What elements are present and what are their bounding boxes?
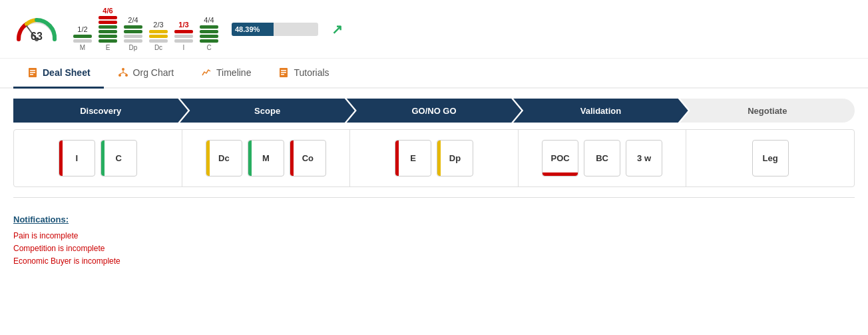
timeline-icon <box>200 67 212 79</box>
bar-e-5 <box>99 35 117 38</box>
score-groups: 1/2 M 4/6 E 2/4 <box>73 7 218 51</box>
score-bars-c <box>200 25 218 43</box>
section-divider <box>13 197 855 198</box>
score-fraction-m: 1/2 <box>77 25 87 33</box>
stage-go-no-go[interactable]: GO/NO GO <box>347 99 521 123</box>
card-3w-label: 3 w <box>637 153 651 163</box>
card-c[interactable]: C <box>101 140 137 176</box>
bar-e-3 <box>99 25 117 29</box>
card-dp-label: Dp <box>449 153 461 163</box>
stage-scope[interactable]: Scope <box>180 99 354 123</box>
tab-tutorials[interactable]: Tutorials <box>264 59 342 89</box>
negotiate-cards-section: Leg <box>686 130 854 186</box>
stage-negotiate[interactable]: Negotiate <box>680 99 855 123</box>
stage-scope-label: Scope <box>254 106 280 116</box>
scope-cards-section: Dc M Co <box>182 130 351 186</box>
card-dc[interactable]: Dc <box>206 140 242 176</box>
card-co[interactable]: Co <box>290 140 326 176</box>
tab-deal-sheet[interactable]: Deal Sheet <box>13 59 104 89</box>
score-group-m: 1/2 M <box>73 25 92 51</box>
svg-rect-13 <box>281 70 286 71</box>
svg-line-10 <box>120 73 123 74</box>
score-label-m: M <box>80 44 85 51</box>
score-bars-dp <box>124 25 142 43</box>
bar-i-3 <box>174 39 193 43</box>
bar-dc-1 <box>149 30 168 33</box>
card-leg[interactable]: Leg <box>752 140 789 176</box>
svg-rect-3 <box>30 70 35 71</box>
bar-c-3 <box>200 35 218 38</box>
score-fraction-dp: 2/4 <box>128 16 138 24</box>
card-i[interactable]: I <box>59 140 95 176</box>
deal-sheet-icon <box>27 67 39 79</box>
card-c-label: C <box>116 153 122 163</box>
card-c-bar <box>101 141 105 176</box>
score-fraction-dc: 2/3 <box>153 21 163 29</box>
tab-timeline[interactable]: Timeline <box>187 59 264 89</box>
bar-i-2 <box>174 35 193 38</box>
stage-validation[interactable]: Validation <box>513 99 688 123</box>
bar-dc-3 <box>149 39 168 43</box>
score-bars-i <box>174 30 193 43</box>
card-m[interactable]: M <box>248 140 284 176</box>
card-e-bar <box>395 141 399 176</box>
card-dc-label: Dc <box>218 153 230 163</box>
score-group-e: 4/6 E <box>99 7 117 51</box>
card-bc-label: BC <box>596 153 608 163</box>
svg-point-6 <box>122 68 124 71</box>
card-m-bar <box>248 141 252 176</box>
svg-point-7 <box>118 74 121 77</box>
bar-dc-2 <box>149 35 168 38</box>
tab-deal-sheet-label: Deal Sheet <box>43 67 91 78</box>
validation-cards-section: POC BC 3 w <box>519 130 687 186</box>
bar-dp-3 <box>124 35 142 38</box>
pipeline-stages: Discovery Scope GO/NO GO Validation Nego… <box>13 99 855 123</box>
score-group-c: 4/4 C <box>200 16 218 51</box>
progress-container: 48.39% <box>232 23 318 36</box>
stage-go-no-go-label: GO/NO GO <box>411 106 456 116</box>
score-bars-dc <box>149 30 168 43</box>
bar-e-4 <box>99 30 117 33</box>
card-poc-label: POC <box>550 153 569 163</box>
bar-c-4 <box>200 39 218 43</box>
notifications-title[interactable]: Notifications: <box>13 214 855 224</box>
notification-item-1: Competition is incomplete <box>13 242 855 255</box>
bar-e-6 <box>99 39 117 43</box>
trend-arrow-icon: ↗ <box>331 21 343 37</box>
score-label-dp: Dp <box>129 44 138 51</box>
score-bars-e <box>99 16 117 43</box>
card-m-label: M <box>262 153 270 163</box>
svg-rect-4 <box>30 72 35 73</box>
score-label-c: C <box>206 44 211 51</box>
discovery-cards-section: I C <box>14 130 182 186</box>
notification-item-0: Pain is incomplete <box>13 230 855 242</box>
tab-tutorials-label: Tutorials <box>294 67 329 78</box>
card-dp-bar <box>437 141 441 176</box>
card-dp[interactable]: Dp <box>437 140 473 176</box>
svg-line-11 <box>123 73 126 74</box>
bar-e-2 <box>99 21 117 24</box>
card-e[interactable]: E <box>395 140 431 176</box>
card-e-label: E <box>410 153 416 163</box>
score-group-dp: 2/4 Dp <box>124 16 142 51</box>
org-chart-icon <box>117 67 129 79</box>
go-no-go-cards-section: E Dp <box>350 130 519 186</box>
score-group-i: 1/3 I <box>174 21 193 51</box>
card-3w[interactable]: 3 w <box>626 140 662 176</box>
score-group-dc: 2/3 Dc <box>149 21 168 51</box>
cards-area: I C Dc M Co E Dp <box>13 129 855 187</box>
tab-org-chart[interactable]: Org Chart <box>104 59 187 89</box>
bar-c-2 <box>200 30 218 33</box>
bar-e-1 <box>99 16 117 19</box>
card-bc[interactable]: BC <box>584 140 620 176</box>
progress-bar-outer: 48.39% <box>232 23 318 36</box>
stage-discovery[interactable]: Discovery <box>13 99 188 123</box>
svg-rect-15 <box>281 74 284 75</box>
card-dc-bar <box>206 141 210 176</box>
card-poc[interactable]: POC <box>542 140 578 176</box>
bar-dp-4 <box>124 39 142 43</box>
card-i-bar <box>59 141 63 176</box>
notification-item-2: Economic Buyer is incomplete <box>13 255 855 268</box>
progress-bar-inner: 48.39% <box>232 23 274 36</box>
score-label-dc: Dc <box>154 44 162 51</box>
